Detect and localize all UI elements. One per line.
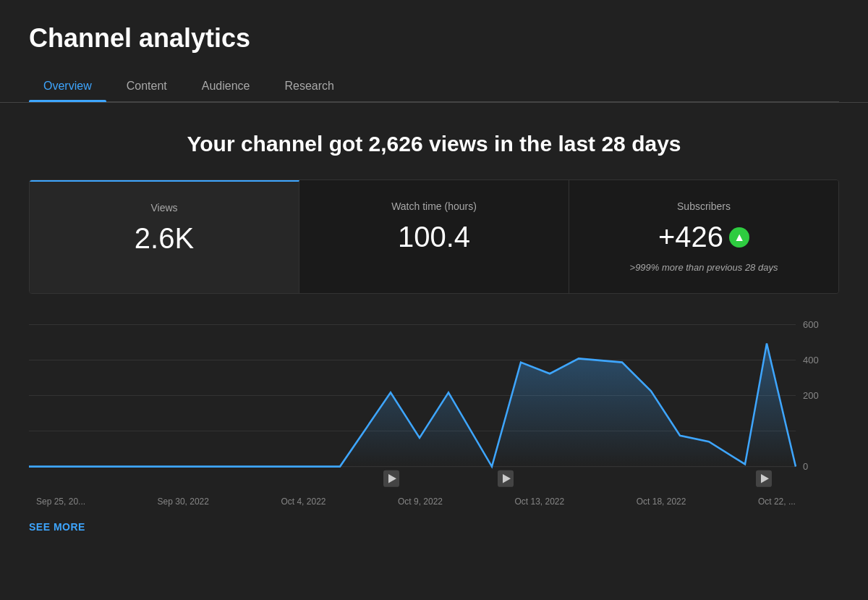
- chart-area: 600 400 200 0: [29, 317, 839, 491]
- x-label-4: Oct 9, 2022: [398, 497, 443, 507]
- metric-watchtime-value: 100.4: [398, 221, 470, 253]
- page-title: Channel analytics: [29, 23, 839, 54]
- metric-card-subscribers[interactable]: Subscribers +426 ▲ >999% more than previ…: [569, 180, 838, 293]
- metric-card-watchtime[interactable]: Watch time (hours) 100.4: [299, 180, 569, 293]
- svg-text:200: 200: [803, 389, 819, 400]
- svg-text:0: 0: [803, 461, 808, 472]
- page-wrapper: Channel analytics Overview Content Audie…: [0, 0, 868, 600]
- x-label-3: Oct 4, 2022: [281, 497, 326, 507]
- metric-card-views[interactable]: Views 2.6K: [30, 180, 299, 293]
- views-headline: Your channel got 2,626 views in the last…: [29, 132, 839, 156]
- svg-text:400: 400: [803, 354, 819, 365]
- x-label-6: Oct 18, 2022: [637, 497, 686, 507]
- content-area: Your channel got 2,626 views in the last…: [0, 103, 868, 547]
- trend-up-icon: ▲: [729, 227, 749, 248]
- metric-views-value: 2.6K: [135, 222, 194, 255]
- chart-container: 600 400 200 0 Sep 25, 20..: [29, 317, 839, 507]
- x-label-1: Sep 25, 20...: [36, 497, 85, 507]
- x-label-5: Oct 13, 2022: [515, 497, 565, 507]
- tab-overview[interactable]: Overview: [29, 71, 106, 101]
- metric-watchtime-label: Watch time (hours): [391, 200, 477, 212]
- chart-svg: 600 400 200 0: [29, 317, 839, 491]
- svg-text:600: 600: [803, 318, 819, 329]
- chart-fill: [29, 344, 796, 467]
- x-axis-labels: Sep 25, 20... Sep 30, 2022 Oct 4, 2022 O…: [29, 491, 839, 507]
- tabs-nav: Overview Content Audience Research: [29, 71, 839, 102]
- see-more-link[interactable]: SEE MORE: [29, 507, 85, 547]
- tab-research[interactable]: Research: [270, 71, 348, 101]
- x-label-2: Sep 30, 2022: [158, 497, 209, 507]
- metric-subscribers-label: Subscribers: [677, 200, 731, 212]
- tab-audience[interactable]: Audience: [187, 71, 265, 101]
- metrics-row: Views 2.6K Watch time (hours) 100.4 Subs…: [29, 179, 839, 294]
- x-label-7: Oct 22, ...: [758, 497, 796, 507]
- metric-subscribers-sub: >999% more than previous 28 days: [630, 262, 778, 273]
- header: Channel analytics Overview Content Audie…: [0, 0, 868, 102]
- metric-views-label: Views: [150, 202, 177, 214]
- metric-subscribers-value: +426 ▲: [658, 221, 749, 253]
- tab-content[interactable]: Content: [112, 71, 182, 101]
